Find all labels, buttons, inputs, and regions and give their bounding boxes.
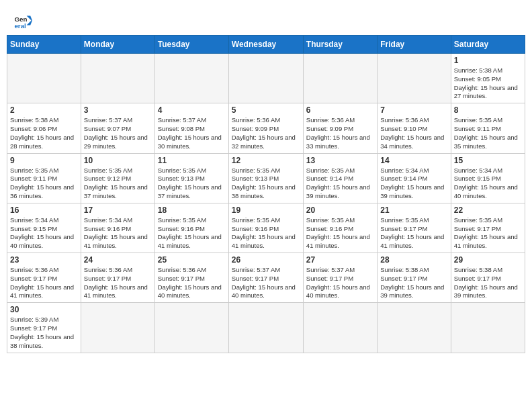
day-number: 2 [10,105,78,115]
calendar-cell [303,54,377,103]
day-info: Sunrise: 5:36 AM Sunset: 9:17 PM Dayligh… [10,266,78,300]
calendar-cell: 5Sunrise: 5:36 AM Sunset: 9:09 PM Daylig… [228,103,303,153]
calendar-cell [81,54,154,103]
day-number: 25 [158,255,226,265]
day-info: Sunrise: 5:35 AM Sunset: 9:11 PM Dayligh… [10,167,78,201]
calendar-cell: 18Sunrise: 5:35 AM Sunset: 9:16 PM Dayli… [154,203,228,253]
calendar-cell: 21Sunrise: 5:35 AM Sunset: 9:17 PM Dayli… [378,203,451,253]
day-number: 27 [306,255,374,265]
day-number: 6 [306,105,374,115]
day-number: 20 [306,205,374,215]
day-info: Sunrise: 5:35 AM Sunset: 9:16 PM Dayligh… [158,216,226,250]
day-info: Sunrise: 5:35 AM Sunset: 9:17 PM Dayligh… [454,216,522,250]
calendar-cell: 11Sunrise: 5:35 AM Sunset: 9:13 PM Dayli… [154,153,228,203]
day-number: 29 [454,255,522,265]
calendar-header-friday: Friday [378,36,451,54]
day-number: 23 [10,255,78,265]
calendar-header-row: SundayMondayTuesdayWednesdayThursdayFrid… [7,36,525,54]
calendar-cell [228,54,303,103]
calendar-cell: 24Sunrise: 5:36 AM Sunset: 9:17 PM Dayli… [81,253,154,303]
logo-icon: Gen eral [13,12,32,31]
day-number: 5 [232,105,300,115]
day-number: 11 [158,156,226,165]
calendar-cell: 15Sunrise: 5:34 AM Sunset: 9:15 PM Dayli… [451,153,525,203]
day-info: Sunrise: 5:35 AM Sunset: 9:12 PM Dayligh… [84,167,152,201]
calendar-week-5: 23Sunrise: 5:36 AM Sunset: 9:17 PM Dayli… [7,253,525,303]
calendar-cell: 17Sunrise: 5:34 AM Sunset: 9:16 PM Dayli… [81,203,154,253]
day-info: Sunrise: 5:35 AM Sunset: 9:13 PM Dayligh… [232,167,300,201]
calendar-cell [451,303,525,353]
calendar-cell: 1Sunrise: 5:38 AM Sunset: 9:05 PM Daylig… [451,54,525,103]
calendar-cell: 16Sunrise: 5:34 AM Sunset: 9:15 PM Dayli… [7,203,81,253]
calendar-header-wednesday: Wednesday [228,36,303,54]
calendar-cell: 27Sunrise: 5:37 AM Sunset: 9:17 PM Dayli… [303,253,377,303]
calendar-cell: 7Sunrise: 5:36 AM Sunset: 9:10 PM Daylig… [378,103,451,153]
day-number: 18 [158,205,226,215]
header: Gen eral [7,7,525,35]
day-info: Sunrise: 5:35 AM Sunset: 9:11 PM Dayligh… [454,116,522,150]
day-info: Sunrise: 5:38 AM Sunset: 9:06 PM Dayligh… [10,116,78,150]
day-info: Sunrise: 5:35 AM Sunset: 9:16 PM Dayligh… [232,216,300,250]
day-number: 28 [380,255,447,265]
day-number: 15 [454,156,522,165]
calendar-cell: 14Sunrise: 5:34 AM Sunset: 9:14 PM Dayli… [378,153,451,203]
calendar-cell [7,54,81,103]
svg-text:eral: eral [14,22,26,30]
calendar-week-4: 16Sunrise: 5:34 AM Sunset: 9:15 PM Dayli… [7,203,525,253]
calendar-week-1: 1Sunrise: 5:38 AM Sunset: 9:05 PM Daylig… [7,54,525,103]
calendar-week-2: 2Sunrise: 5:38 AM Sunset: 9:06 PM Daylig… [7,103,525,153]
day-info: Sunrise: 5:36 AM Sunset: 9:09 PM Dayligh… [232,116,300,150]
calendar-cell [303,303,377,353]
calendar-cell: 29Sunrise: 5:38 AM Sunset: 9:17 PM Dayli… [451,253,525,303]
calendar-cell: 12Sunrise: 5:35 AM Sunset: 9:13 PM Dayli… [228,153,303,203]
day-number: 4 [158,105,226,115]
day-info: Sunrise: 5:36 AM Sunset: 9:09 PM Dayligh… [306,116,374,150]
day-info: Sunrise: 5:34 AM Sunset: 9:14 PM Dayligh… [380,167,447,201]
calendar-cell: 10Sunrise: 5:35 AM Sunset: 9:12 PM Dayli… [81,153,154,203]
calendar-cell: 26Sunrise: 5:37 AM Sunset: 9:17 PM Dayli… [228,253,303,303]
logo: Gen eral [13,12,35,31]
calendar-cell: 30Sunrise: 5:39 AM Sunset: 9:17 PM Dayli… [7,303,81,353]
day-number: 21 [380,205,447,215]
calendar-cell: 20Sunrise: 5:35 AM Sunset: 9:16 PM Dayli… [303,203,377,253]
calendar-cell [378,303,451,353]
calendar-cell [378,54,451,103]
calendar-cell: 25Sunrise: 5:36 AM Sunset: 9:17 PM Dayli… [154,253,228,303]
calendar-cell: 19Sunrise: 5:35 AM Sunset: 9:16 PM Dayli… [228,203,303,253]
day-number: 16 [10,205,78,215]
day-info: Sunrise: 5:34 AM Sunset: 9:15 PM Dayligh… [454,167,522,201]
day-info: Sunrise: 5:34 AM Sunset: 9:15 PM Dayligh… [10,216,78,250]
calendar-cell [154,54,228,103]
calendar-cell: 28Sunrise: 5:38 AM Sunset: 9:17 PM Dayli… [378,253,451,303]
day-number: 1 [454,56,522,65]
day-info: Sunrise: 5:37 AM Sunset: 9:08 PM Dayligh… [158,116,226,150]
day-info: Sunrise: 5:38 AM Sunset: 9:17 PM Dayligh… [380,266,447,300]
calendar-cell [154,303,228,353]
calendar-cell: 6Sunrise: 5:36 AM Sunset: 9:09 PM Daylig… [303,103,377,153]
calendar-cell: 9Sunrise: 5:35 AM Sunset: 9:11 PM Daylig… [7,153,81,203]
calendar-header-saturday: Saturday [451,36,525,54]
day-number: 7 [380,105,447,115]
calendar-cell [228,303,303,353]
calendar-cell: 2Sunrise: 5:38 AM Sunset: 9:06 PM Daylig… [7,103,81,153]
calendar-week-6: 30Sunrise: 5:39 AM Sunset: 9:17 PM Dayli… [7,303,525,353]
calendar-week-3: 9Sunrise: 5:35 AM Sunset: 9:11 PM Daylig… [7,153,525,203]
day-info: Sunrise: 5:35 AM Sunset: 9:17 PM Dayligh… [380,216,447,250]
calendar: SundayMondayTuesdayWednesdayThursdayFrid… [7,35,525,353]
day-number: 19 [232,205,300,215]
day-info: Sunrise: 5:36 AM Sunset: 9:17 PM Dayligh… [158,266,226,300]
day-number: 17 [84,205,152,215]
day-info: Sunrise: 5:35 AM Sunset: 9:16 PM Dayligh… [306,216,374,250]
day-number: 12 [232,156,300,165]
day-info: Sunrise: 5:38 AM Sunset: 9:17 PM Dayligh… [454,266,522,300]
calendar-cell: 23Sunrise: 5:36 AM Sunset: 9:17 PM Dayli… [7,253,81,303]
day-info: Sunrise: 5:36 AM Sunset: 9:10 PM Dayligh… [380,116,447,150]
day-number: 30 [10,305,78,314]
day-info: Sunrise: 5:35 AM Sunset: 9:14 PM Dayligh… [306,167,374,201]
calendar-cell: 8Sunrise: 5:35 AM Sunset: 9:11 PM Daylig… [451,103,525,153]
day-number: 10 [84,156,152,165]
day-number: 8 [454,105,522,115]
calendar-cell: 13Sunrise: 5:35 AM Sunset: 9:14 PM Dayli… [303,153,377,203]
day-number: 22 [454,205,522,215]
svg-marker-2 [27,16,32,26]
